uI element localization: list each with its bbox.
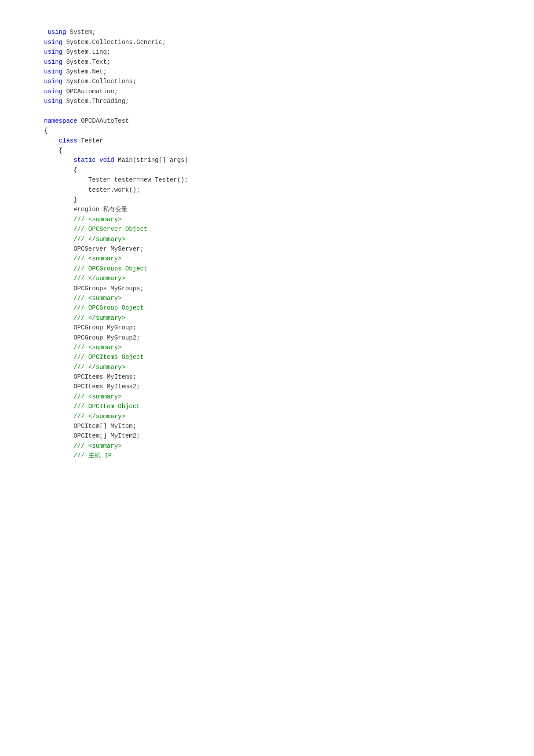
code-line: using System.Linq;: [44, 47, 534, 57]
keyword-token: using: [44, 48, 62, 55]
keyword-token: static: [73, 157, 95, 164]
comment-token: /// OPCGroups Object: [73, 265, 147, 272]
code-line: OPCItems MyItems2;: [44, 382, 534, 391]
code-line: OPCItems MyItems;: [44, 372, 534, 382]
code-token: OPCDAAutoTest: [77, 117, 129, 124]
code-line: /// </summary>: [44, 274, 534, 283]
code-token: OPCItems MyItems;: [73, 373, 136, 380]
code-line: {: [44, 165, 534, 175]
code-line: /// </summary>: [44, 412, 534, 421]
code-line: }: [44, 195, 534, 205]
keyword-token: void: [99, 157, 114, 164]
comment-token: /// </summary>: [73, 236, 125, 243]
code-token: Tester tester=new Tester();: [88, 176, 188, 183]
code-token: 私有变量: [99, 206, 128, 213]
code-token: }: [73, 196, 77, 203]
comment-token: /// <summary>: [73, 393, 121, 400]
code-token: Main(string[] args): [114, 157, 188, 164]
code-line: namespace OPCDAAutoTest: [44, 116, 534, 126]
code-token: OPCItem[] MyItem;: [73, 423, 136, 430]
comment-token: /// </summary>: [73, 275, 125, 282]
code-line: OPCGroup MyGroup;: [44, 323, 534, 332]
code-token: System.Net;: [62, 68, 107, 75]
code-line: static void Main(string[] args): [44, 155, 534, 165]
comment-token: /// 主机 IP: [73, 452, 112, 459]
keyword-token: namespace: [44, 117, 77, 124]
code-token: System.Collections;: [62, 78, 136, 85]
code-line: using OPCAutomation;: [44, 87, 534, 96]
comment-token: /// <summary>: [73, 255, 121, 262]
keyword-token: class: [59, 137, 77, 144]
comment-token: /// </summary>: [73, 314, 125, 321]
keyword-token: using: [44, 68, 62, 75]
code-line: {: [44, 126, 534, 135]
keyword-token: using: [44, 58, 62, 66]
comment-token: /// OPCGroup Object: [73, 304, 144, 311]
code-line: /// </summary>: [44, 234, 534, 244]
code-token: OPCItems MyItems2;: [73, 383, 140, 390]
keyword-token: using: [44, 88, 62, 95]
code-token: OPCGroup MyGroup2;: [73, 334, 140, 341]
code-line: OPCServer MyServer;: [44, 244, 534, 254]
code-token: {: [59, 147, 62, 154]
code-line: using System.Net;: [44, 67, 534, 77]
keyword-token: using: [44, 98, 62, 105]
keyword-token: using: [44, 39, 62, 46]
code-token: System.Collections.Generic;: [62, 39, 166, 46]
code-line: using System.Collections;: [44, 77, 534, 86]
code-line: /// OPCItem Object: [44, 402, 534, 411]
comment-token: /// OPCItem Object: [73, 403, 140, 410]
code-line: /// OPCGroups Object: [44, 264, 534, 274]
code-line: #region 私有变量: [44, 205, 534, 214]
code-token: System.Linq;: [62, 48, 110, 55]
comment-token: /// <summary>: [73, 442, 121, 449]
comment-token: /// <summary>: [73, 216, 121, 223]
code-line: tester.work();: [44, 185, 534, 195]
code-token: OPCAutomation;: [62, 88, 118, 95]
code-line: using System.Text;: [44, 57, 534, 67]
code-line: /// OPCGroup Object: [44, 303, 534, 313]
code-token: {: [44, 127, 48, 134]
code-line: using System.Collections.Generic;: [44, 37, 534, 47]
code-token: [96, 157, 99, 164]
code-editor: using System;using System.Collections.Ge…: [44, 18, 534, 461]
code-line: OPCGroup MyGroup2;: [44, 333, 534, 343]
region-token: #region: [73, 206, 99, 213]
code-token: OPCGroup MyGroup;: [73, 324, 136, 331]
comment-token: /// </summary>: [73, 364, 125, 371]
code-line: using System;: [44, 27, 534, 37]
code-line: OPCGroups MyGroups;: [44, 284, 534, 293]
code-line: /// 主机 IP: [44, 451, 534, 460]
code-line: /// OPCServer Object: [44, 224, 534, 234]
code-line: OPCItem[] MyItem;: [44, 421, 534, 431]
code-line: /// </summary>: [44, 313, 534, 323]
comment-token: /// <summary>: [73, 344, 121, 351]
code-token: OPCGroups MyGroups;: [73, 285, 144, 292]
comment-token: /// OPCItems Object: [73, 354, 144, 361]
code-line: OPCItem[] MyItem2;: [44, 431, 534, 441]
code-line: /// <summary>: [44, 293, 534, 303]
comment-token: /// </summary>: [73, 413, 125, 420]
code-line: /// <summary>: [44, 441, 534, 451]
keyword-token: using: [48, 29, 66, 36]
comment-token: /// <summary>: [73, 295, 121, 302]
comment-token: /// OPCServer Object: [73, 226, 147, 233]
code-line: /// <summary>: [44, 343, 534, 352]
code-token: tester.work();: [88, 186, 140, 194]
code-line: /// </summary>: [44, 362, 534, 372]
code-line: /// OPCItems Object: [44, 352, 534, 362]
code-line: /// <summary>: [44, 254, 534, 263]
code-token: System;: [66, 29, 95, 36]
code-line: class Tester: [44, 136, 534, 146]
code-line: /// <summary>: [44, 215, 534, 224]
code-token: OPCServer MyServer;: [73, 245, 144, 252]
code-token: Tester: [77, 137, 103, 144]
code-token: System.Text;: [62, 58, 110, 66]
code-line: [44, 106, 534, 116]
code-line: Tester tester=new Tester();: [44, 175, 534, 185]
code-line: {: [44, 146, 534, 155]
code-token: {: [73, 167, 77, 174]
code-token: System.Threading;: [62, 98, 129, 105]
code-line: /// <summary>: [44, 392, 534, 402]
keyword-token: using: [44, 78, 62, 85]
